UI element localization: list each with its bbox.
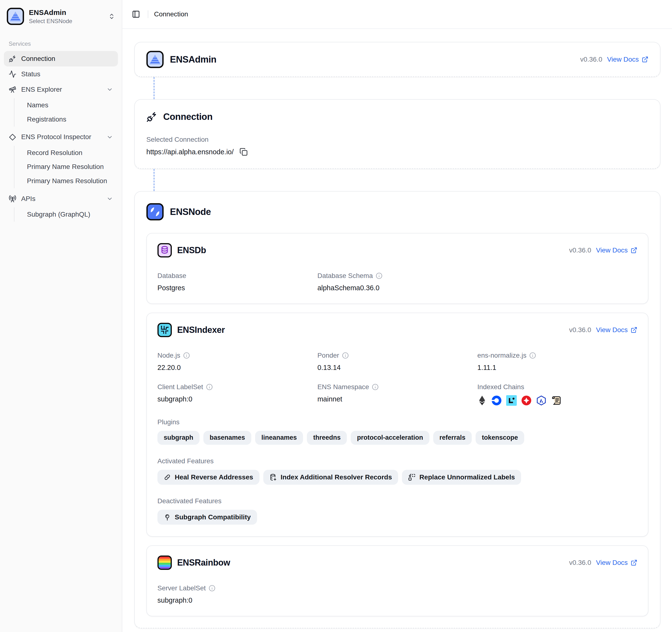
field-value: 0.13.14 <box>317 364 478 371</box>
field-label: Server LabelSet <box>158 584 206 592</box>
card-title: Connection <box>163 112 213 122</box>
feature-badge-label: Index Additional Resolver Records <box>281 473 392 481</box>
chevron-down-icon <box>106 86 113 93</box>
field-label: Ponder <box>317 351 339 359</box>
sidebar-item-label: APIs <box>21 195 101 203</box>
sidebar-group-apis[interactable]: APIs <box>4 191 118 206</box>
card-title: ENSDb <box>177 245 206 256</box>
ensdb-card: ENSDb v0.36.0 View Docs <box>146 233 648 304</box>
plugin-badge: protocol-acceleration <box>351 431 429 445</box>
plugin-badge: subgraph <box>158 431 199 445</box>
deactivated-features-label: Deactivated Features <box>158 497 637 505</box>
view-docs-link[interactable]: View Docs <box>607 55 648 63</box>
chevrons-up-down-icon[interactable] <box>108 13 115 20</box>
sidebar-item-label: Record Resolution <box>27 149 113 157</box>
bandage-icon <box>164 473 171 481</box>
ensnode-logo-icon <box>146 203 164 220</box>
sidebar-item-record-resolution[interactable]: Record Resolution <box>22 146 118 160</box>
feature-badge-label: Replace Unnormalized Labels <box>419 473 515 481</box>
base-icon <box>491 395 502 406</box>
field-ens-normalize: ens-normalize.js 1.11.1 <box>477 351 637 371</box>
sidebar-item-label: Primary Names Resolution <box>27 177 113 185</box>
sidebar-item-subgraph-graphql[interactable]: Subgraph (GraphQL) <box>22 208 118 222</box>
connector-dashed-line <box>153 169 154 191</box>
sidebar-item-label: ENS Protocol Inspector <box>21 133 101 141</box>
sidebar-item-connection[interactable]: Connection <box>4 51 118 67</box>
plugin-badge: referrals <box>433 431 472 445</box>
ensindexer-logo-icon <box>158 323 172 337</box>
copy-button[interactable] <box>239 148 248 156</box>
ensrainbow-card: ENSRainbow v0.36.0 View Docs <box>146 545 648 616</box>
view-docs-label: View Docs <box>596 326 628 334</box>
topbar-divider <box>148 10 148 18</box>
sidebar-item-primary-names-resolution[interactable]: Primary Names Resolution <box>22 174 118 188</box>
database-plus-icon <box>269 473 277 481</box>
field-value: mainnet <box>317 395 478 403</box>
sidebar-item-label: Names <box>27 102 113 109</box>
info-icon[interactable] <box>342 352 349 359</box>
view-docs-link[interactable]: View Docs <box>596 559 637 566</box>
sidebar-item-label: Status <box>21 71 113 78</box>
feature-badge-label: Heal Reverse Addresses <box>175 473 253 481</box>
card-title: ENSNode <box>170 207 211 217</box>
activated-features-section: Activated Features Heal Reverse Addresse… <box>158 457 637 485</box>
sidebar-item-names[interactable]: Names <box>22 98 118 113</box>
view-docs-label: View Docs <box>607 55 639 63</box>
sidebar-item-primary-name-resolution[interactable]: Primary Name Resolution <box>22 160 118 174</box>
view-docs-link[interactable]: View Docs <box>596 326 637 334</box>
card-title: ENSIndexer <box>177 325 225 335</box>
ensrainbow-logo-icon <box>158 556 172 570</box>
info-icon[interactable] <box>529 352 536 359</box>
field-value: subgraph:0 <box>158 395 317 403</box>
activity-icon <box>9 70 16 78</box>
connector-dashed-line <box>153 77 154 99</box>
info-icon[interactable] <box>372 384 379 390</box>
plugin-badge: threedns <box>307 431 347 445</box>
field-value: subgraph:0 <box>158 597 317 604</box>
info-icon[interactable] <box>183 352 190 359</box>
optimism-icon <box>521 395 532 406</box>
version-badge: v0.36.0 <box>569 559 591 566</box>
external-link-icon <box>642 56 648 63</box>
info-icon[interactable] <box>376 272 382 279</box>
sidebar-group-ens-explorer[interactable]: ENS Explorer <box>4 82 118 97</box>
sidebar-item-status[interactable]: Status <box>4 67 118 82</box>
replace-icon <box>408 473 415 481</box>
plugin-badge: tokenscope <box>476 431 524 445</box>
activated-features-label: Activated Features <box>158 457 637 465</box>
field-indexed-chains: Indexed Chains <box>477 383 637 406</box>
ensnode-selector[interactable]: ENSAdmin Select ENSNode <box>4 5 118 28</box>
sidebar-toggle-button[interactable] <box>130 8 142 20</box>
info-icon[interactable] <box>209 585 215 591</box>
deactivated-features-section: Deactivated Features Subgraph Compatibil… <box>158 497 637 525</box>
field-value: 1.11.1 <box>477 364 637 371</box>
sidebar-item-label: Subgraph (GraphQL) <box>27 211 113 218</box>
ensadmin-logo-icon <box>146 51 164 68</box>
topbar: Connection <box>122 0 672 29</box>
view-docs-link[interactable]: View Docs <box>596 246 637 254</box>
chevron-down-icon <box>106 134 113 141</box>
info-icon[interactable] <box>206 384 213 390</box>
sidebar-item-registrations[interactable]: Registrations <box>22 113 118 127</box>
selected-connection-label: Selected Connection <box>146 136 648 143</box>
version-badge: v0.36.0 <box>569 326 591 334</box>
sidebar-section-label: Services <box>4 41 118 47</box>
panel-left-icon <box>132 10 140 18</box>
sidebar-nav: Connection Status ENS Explorer Names Reg… <box>4 51 118 224</box>
field-value: 22.20.0 <box>158 364 317 371</box>
copy-icon <box>239 148 248 156</box>
sidebar-item-label: Connection <box>21 55 113 63</box>
version-badge: v0.36.0 <box>569 246 591 254</box>
indexed-chains-row <box>477 395 637 406</box>
feature-badge: Index Additional Resolver Records <box>263 470 398 485</box>
sidebar-group-ens-protocol-inspector[interactable]: ENS Protocol Inspector <box>4 129 118 145</box>
ensadmin-app: ENSAdmin Select ENSNode Services Connect… <box>0 0 672 632</box>
external-link-icon <box>631 247 637 254</box>
plugins-label: Plugins <box>158 418 637 426</box>
ensindexer-card: ENSIndexer v0.36.0 View Docs <box>146 313 648 537</box>
feature-badge-label: Subgraph Compatibility <box>175 514 251 520</box>
plugin-badge: basenames <box>203 431 251 445</box>
feature-badge: Heal Reverse Addresses <box>158 470 260 485</box>
plugin-badge: lineanames <box>255 431 303 445</box>
external-link-icon <box>631 326 637 333</box>
